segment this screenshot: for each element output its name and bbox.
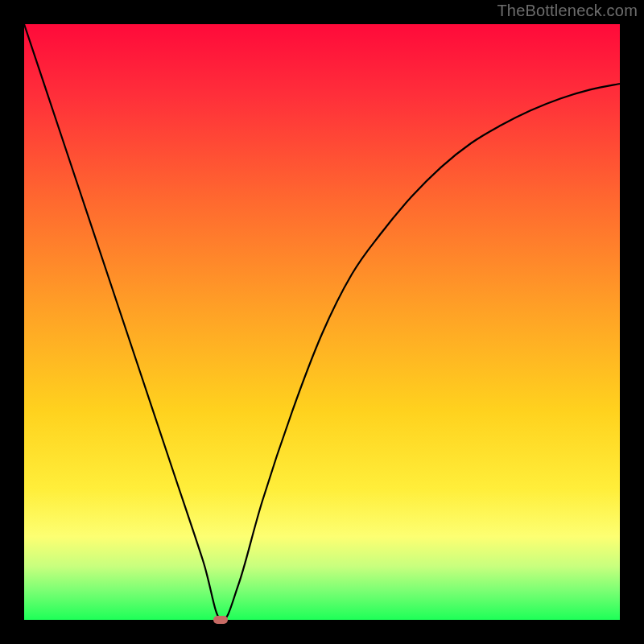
bottleneck-curve [24, 24, 620, 620]
chart-frame: TheBottleneck.com [0, 0, 644, 644]
watermark-text: TheBottleneck.com [497, 2, 638, 20]
curve-path [24, 24, 620, 621]
plot-area [24, 24, 620, 620]
min-marker [213, 616, 228, 624]
